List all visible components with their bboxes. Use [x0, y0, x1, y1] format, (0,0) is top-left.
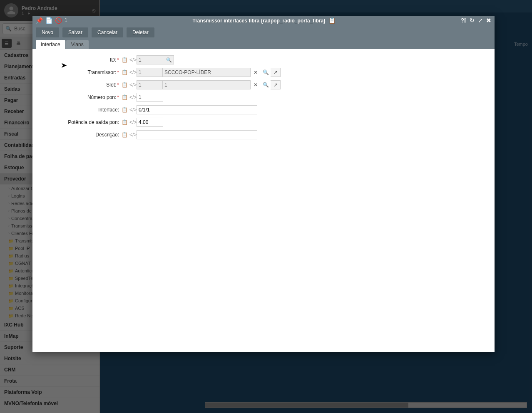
search-icon[interactable]: 🔍	[261, 80, 271, 89]
potencia-field[interactable]	[137, 118, 163, 127]
transmissor-desc[interactable]	[163, 68, 250, 77]
copy-icon[interactable]: 📋	[122, 57, 128, 63]
copy-icon[interactable]: 📋	[122, 82, 128, 88]
label-interface: Interface:	[98, 107, 119, 113]
label-numero-pon: Número pon:	[87, 94, 116, 100]
cancelar-button[interactable]: Cancelar	[92, 27, 123, 37]
slot-desc[interactable]	[163, 81, 250, 89]
close-icon[interactable]: ✖	[486, 17, 491, 24]
open-icon[interactable]: ↗	[271, 80, 281, 89]
dialog-titlebar: 📌 📄 🚫 1 Transmissor interfaces fibra {ra…	[32, 16, 495, 25]
copy-title-icon[interactable]: 📋	[328, 17, 336, 24]
deletar-button[interactable]: Deletar	[127, 27, 154, 37]
row-slot: Slot:* 📋</> ✕ 🔍 ↗	[41, 80, 486, 90]
copy-icon[interactable]: 📋	[122, 119, 128, 125]
interface-field[interactable]	[137, 105, 257, 114]
label-id: ID:	[110, 57, 116, 63]
dialog-window: 📌 📄 🚫 1 Transmissor interfaces fibra {ra…	[32, 16, 495, 352]
row-interface: Interface: 📋</>	[41, 105, 486, 115]
transmissor-code[interactable]	[137, 68, 163, 77]
tab-vlans[interactable]: Vlans	[66, 40, 89, 49]
code-icon[interactable]: 📄	[45, 17, 52, 24]
dialog-title-text: Transmissor interfaces fibra {radpop_rad…	[193, 18, 326, 24]
row-descricao: Descrição: 📋</>	[41, 130, 486, 140]
descricao-field[interactable]	[137, 130, 257, 139]
copy-icon[interactable]: 📋	[122, 69, 128, 75]
label-slot: Slot:	[106, 82, 116, 88]
copy-icon[interactable]: 📋	[122, 132, 128, 138]
expand-icon[interactable]: ⤢	[478, 17, 483, 24]
history-icon[interactable]: ↻	[470, 17, 475, 24]
open-icon[interactable]: ↗	[271, 68, 281, 77]
copy-icon[interactable]: 📋	[122, 94, 128, 100]
salvar-button[interactable]: Salvar	[62, 27, 88, 37]
code-icon[interactable]: </>	[129, 69, 137, 75]
row-transmissor: Transmissor:* 📋</> ✕ 🔍 ↗	[41, 67, 486, 77]
search-icon[interactable]: 🔍	[166, 57, 174, 63]
clear-icon[interactable]: ✕	[251, 80, 261, 89]
label-potencia: Potência de saída pon:	[68, 119, 119, 125]
numero-pon-field[interactable]	[137, 93, 163, 102]
dialog-toolbar: Novo Salvar Cancelar Deletar	[32, 25, 495, 37]
row-potencia: Potência de saída pon: 📋</>	[41, 117, 486, 127]
label-descricao: Descrição:	[95, 132, 119, 138]
code-icon[interactable]: </>	[129, 94, 137, 100]
slot-code[interactable]	[137, 81, 163, 89]
clear-icon[interactable]: ✕	[251, 68, 261, 77]
row-id: ID:* 📋</> 🔍	[41, 55, 486, 65]
dialog-body: ID:* 📋</> 🔍 Transmissor:* 📋</> ✕ 🔍 ↗	[32, 49, 495, 352]
eye-off-icon[interactable]: 🚫	[55, 17, 62, 24]
novo-button[interactable]: Novo	[36, 27, 59, 37]
row-numero-pon: Número pon:* 📋</>	[41, 92, 486, 102]
code-icon[interactable]: </>	[129, 107, 137, 113]
code-icon[interactable]: </>	[129, 57, 137, 63]
help-icon[interactable]: ?⃝	[461, 17, 466, 24]
dialog-tabs: Interface Vlans	[32, 37, 495, 49]
id-field	[137, 56, 166, 64]
label-transmissor: Transmissor:	[87, 69, 116, 75]
tab-interface[interactable]: Interface	[36, 40, 65, 49]
code-icon[interactable]: </>	[129, 119, 137, 125]
copy-icon[interactable]: 📋	[122, 107, 128, 113]
dialog-count: 1	[65, 17, 67, 23]
code-icon[interactable]: </>	[129, 132, 137, 138]
pin-icon[interactable]: 📌	[36, 17, 43, 24]
search-icon[interactable]: 🔍	[261, 68, 271, 77]
code-icon[interactable]: </>	[129, 82, 137, 88]
